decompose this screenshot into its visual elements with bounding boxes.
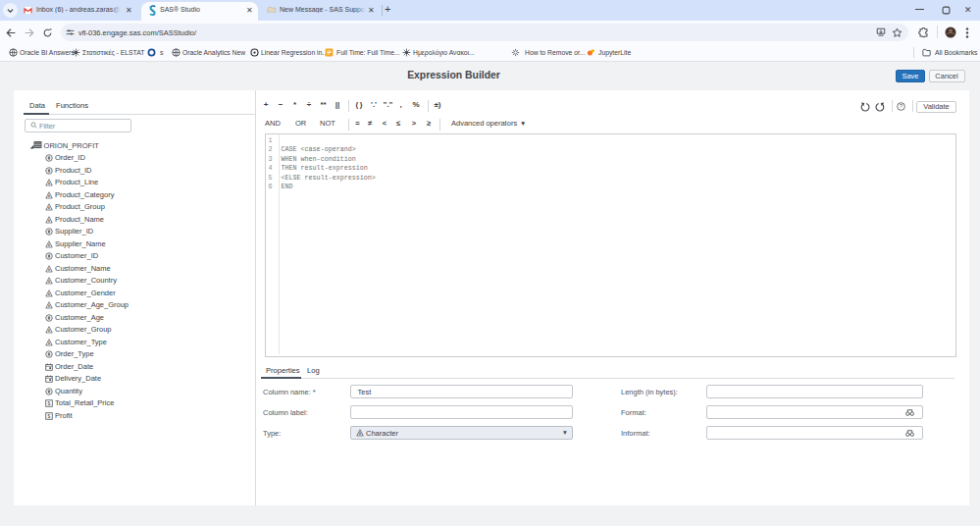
- svg-text:$: $: [47, 413, 50, 419]
- svg-text:?: ?: [900, 103, 903, 109]
- svg-text:$: $: [47, 400, 50, 406]
